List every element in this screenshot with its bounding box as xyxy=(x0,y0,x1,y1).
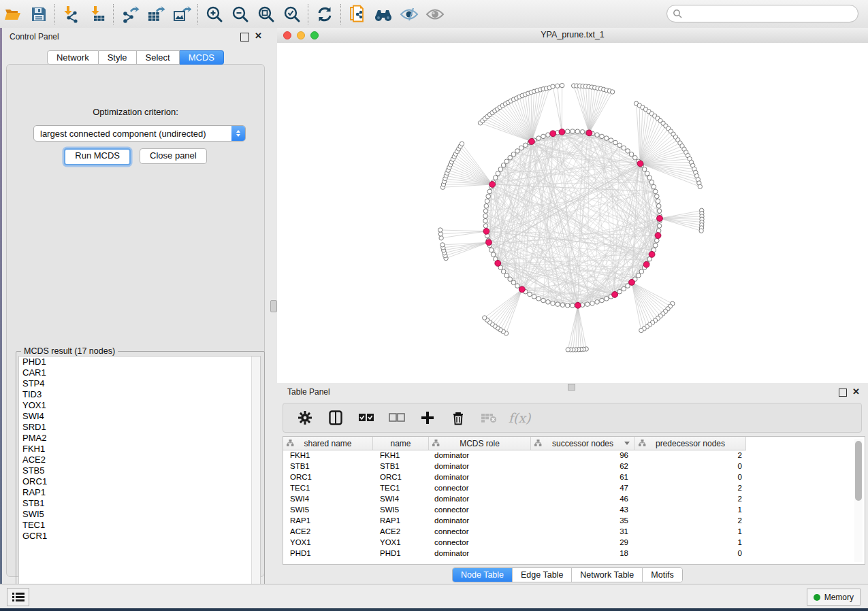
export-network-button[interactable] xyxy=(117,3,143,26)
deselect-all-rows-button[interactable] xyxy=(389,410,405,426)
float-table-panel-icon[interactable] xyxy=(839,389,847,397)
column-header-shared-name[interactable]: shared name xyxy=(283,437,373,450)
table-row[interactable]: RAP1RAP1dominator352 xyxy=(283,515,865,526)
mcds-result-list[interactable]: PHD1CAR1STP4TID3YOX1SWI4SRD1PMA2FKH1ACE2… xyxy=(18,356,261,604)
mcds-result-item[interactable]: CAR1 xyxy=(19,367,260,378)
cell-predecessor_nodes: 2 xyxy=(635,482,746,493)
column-dropdown-icon[interactable] xyxy=(624,442,630,445)
import-network-button[interactable] xyxy=(59,3,84,26)
function-builder-button[interactable]: f(x) xyxy=(511,410,528,426)
mcds-result-item[interactable]: SRD1 xyxy=(19,422,260,433)
table-tabs: Node TableEdge TableNetwork TableMotifs xyxy=(452,567,683,582)
run-mcds-button[interactable]: Run MCDS xyxy=(64,148,131,165)
mcds-result-item[interactable]: PHD1 xyxy=(19,357,260,367)
cell-name: PHD1 xyxy=(373,548,429,559)
network-window: YPA_prune.txt_1 xyxy=(277,28,868,383)
hierarchy-icon xyxy=(432,440,440,446)
mcds-result-item[interactable]: RAP1 xyxy=(19,487,260,498)
export-image-button[interactable] xyxy=(169,3,195,26)
zoom-out-button[interactable] xyxy=(227,3,253,26)
open-session-button[interactable] xyxy=(0,3,26,26)
column-header-MCDS-role[interactable]: MCDS role xyxy=(429,437,531,450)
mcds-list-scrollbar[interactable] xyxy=(251,357,260,603)
table-row[interactable]: STB1STB1dominator620 xyxy=(283,461,865,472)
mcds-tab-content: Optimization criterion: largest connecte… xyxy=(6,64,265,577)
column-header-label: MCDS role xyxy=(460,439,500,448)
save-session-button[interactable] xyxy=(26,3,52,26)
tab-select[interactable]: Select xyxy=(137,50,180,65)
cell-predecessor_nodes: 0 xyxy=(635,548,746,559)
zoom-in-button[interactable] xyxy=(202,3,227,26)
delete-column-button[interactable] xyxy=(450,410,466,426)
cell-successor_nodes: 62 xyxy=(531,461,635,472)
mcds-result-item[interactable]: TID3 xyxy=(19,389,260,400)
tab-style[interactable]: Style xyxy=(99,50,137,65)
float-panel-icon[interactable] xyxy=(240,33,249,42)
close-table-panel-icon[interactable]: ✕ xyxy=(852,388,860,395)
zoom-in-icon xyxy=(206,5,223,23)
trash-icon xyxy=(452,411,464,425)
splitter-handle[interactable] xyxy=(270,300,277,312)
mcds-result-item[interactable]: STB1 xyxy=(19,498,260,509)
table-scrollbar[interactable] xyxy=(854,439,863,562)
delete-table-button[interactable] xyxy=(481,410,497,426)
task-history-button[interactable] xyxy=(7,588,29,606)
find-button[interactable] xyxy=(370,3,396,26)
column-header-name[interactable]: name xyxy=(373,437,429,450)
mcds-result-item[interactable]: SWI5 xyxy=(19,509,260,520)
table-row[interactable]: SWI4SWI4dominator462 xyxy=(283,493,865,504)
column-header-successor-nodes[interactable]: successor nodes xyxy=(531,437,635,450)
mcds-result-item[interactable]: FKH1 xyxy=(19,444,260,455)
tab-edge-table[interactable]: Edge Table xyxy=(513,568,572,582)
select-all-rows-button[interactable] xyxy=(358,410,374,426)
search-field[interactable] xyxy=(666,5,858,22)
tab-motifs[interactable]: Motifs xyxy=(643,568,681,582)
mcds-result-item[interactable]: STB5 xyxy=(19,465,260,476)
tab-network[interactable]: Network xyxy=(47,50,99,65)
mcds-result-item[interactable]: TEC1 xyxy=(19,520,260,531)
zoom-selected-button[interactable] xyxy=(279,3,305,26)
search-input[interactable] xyxy=(685,8,858,19)
mcds-result-item[interactable]: ACE2 xyxy=(19,455,260,465)
cell-shared_name: RAP1 xyxy=(283,515,373,526)
eye-icon xyxy=(425,7,445,22)
memory-button[interactable]: Memory xyxy=(807,589,861,606)
column-header-predecessor-nodes[interactable]: predecessor nodes xyxy=(635,437,746,450)
tab-node-table[interactable]: Node Table xyxy=(453,568,513,582)
mcds-result-item[interactable]: GCR1 xyxy=(19,531,260,542)
criterion-dropdown[interactable]: largest connected component (undirected) xyxy=(33,125,246,142)
column-visibility-button[interactable] xyxy=(327,410,344,426)
zoom-fit-button[interactable] xyxy=(253,3,279,26)
table-row[interactable]: ORC1ORC1dominator610 xyxy=(283,472,865,482)
table-row[interactable]: SWI5SWI5connector431 xyxy=(283,504,865,515)
table-row[interactable]: ACE2ACE2connector311 xyxy=(283,526,865,537)
mcds-result-item[interactable]: SWI4 xyxy=(19,411,260,422)
table-row[interactable]: YOX1YOX1connector291 xyxy=(283,537,865,548)
export-table-button[interactable] xyxy=(143,3,169,26)
node-table[interactable]: shared namenameMCDS rolesuccessor nodesp… xyxy=(283,436,865,565)
mcds-result-item[interactable]: ORC1 xyxy=(19,476,260,487)
network-canvas[interactable] xyxy=(277,43,868,383)
refresh-layout-button[interactable] xyxy=(312,3,338,26)
table-row[interactable]: TEC1TEC1connector472 xyxy=(283,482,865,493)
table-row[interactable]: FKH1FKH1dominator962 xyxy=(283,450,865,461)
import-table-button[interactable] xyxy=(84,3,110,26)
close-panel-icon[interactable]: ✕ xyxy=(255,32,262,39)
mcds-result-item[interactable]: YOX1 xyxy=(19,400,260,411)
horizontal-splitter-handle[interactable] xyxy=(568,384,575,391)
close-panel-button[interactable]: Close panel xyxy=(140,148,207,164)
hide-selected-button[interactable] xyxy=(396,3,422,26)
add-column-button[interactable] xyxy=(419,410,436,426)
network-window-titlebar[interactable]: YPA_prune.txt_1 xyxy=(277,28,868,44)
clone-network-button[interactable] xyxy=(344,3,370,26)
mcds-result-item[interactable]: PMA2 xyxy=(19,433,260,444)
show-all-button[interactable] xyxy=(422,3,448,26)
table-options-button[interactable] xyxy=(297,410,313,426)
mcds-result-item[interactable]: STP4 xyxy=(19,378,260,389)
tab-mcds[interactable]: MCDS xyxy=(180,50,224,65)
tab-network-table[interactable]: Network Table xyxy=(572,568,643,582)
table-scrollbar-thumb[interactable] xyxy=(855,441,862,501)
table-row[interactable]: PHD1PHD1dominator180 xyxy=(283,548,865,559)
table-header-row: shared namenameMCDS rolesuccessor nodesp… xyxy=(283,437,746,450)
cell-successor_nodes: 35 xyxy=(531,515,635,526)
